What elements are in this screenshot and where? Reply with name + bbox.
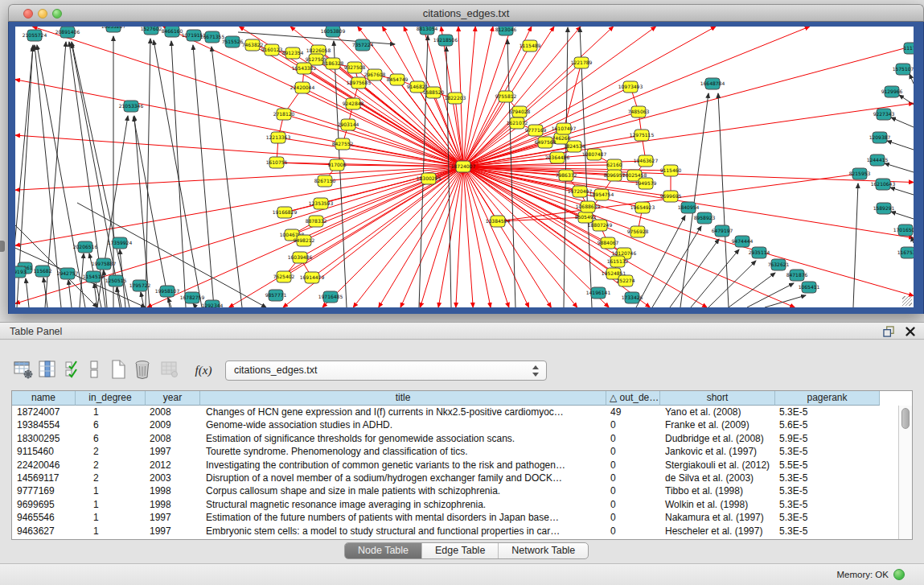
graph-node[interactable]: 9755812 xyxy=(495,91,517,102)
graph-node[interactable]: 1733426 xyxy=(622,292,643,303)
graph-node[interactable]: 7632621 xyxy=(768,259,790,270)
graph-node[interactable]: 39193 xyxy=(15,266,27,278)
graph-node[interactable]: 1154519 xyxy=(83,271,105,282)
table-row[interactable]: 1830029562008Estimation of significance … xyxy=(12,432,899,445)
tab-node-table[interactable]: Node Table xyxy=(345,543,422,558)
graph-node[interactable]: 9327508 xyxy=(344,62,366,73)
column-header-pagerank[interactable]: pagerank xyxy=(775,391,880,406)
scrollbar-thumb[interactable] xyxy=(901,408,910,429)
network-canvas[interactable]: 2105572420891406106552871527602846616010… xyxy=(15,27,914,307)
column-header-out_de[interactable]: △ out_de… xyxy=(606,391,660,406)
graph-node[interactable]: 1115489 xyxy=(519,40,541,51)
graph-node[interactable]: 19218506 xyxy=(433,35,458,46)
table-selector-dropdown[interactable]: citations_edges.txt xyxy=(225,360,547,381)
graph-node[interactable]: 19166829 xyxy=(273,207,298,218)
function-builder-button[interactable]: f(x) xyxy=(190,357,217,383)
graph-node[interactable]: 8813054 xyxy=(417,27,438,35)
graph-node[interactable]: 1949579 xyxy=(635,178,657,189)
graph-node[interactable]: 9884067 xyxy=(598,237,619,249)
graph-node[interactable]: 16914479 xyxy=(300,272,325,283)
graph-node[interactable]: 8427552 xyxy=(332,138,354,150)
graph-node[interactable]: 2935114 xyxy=(749,247,770,258)
graph-node[interactable]: 12975115 xyxy=(630,130,655,141)
graph-node[interactable]: 18954754 xyxy=(589,189,614,200)
tab-network-table[interactable]: Network Table xyxy=(499,543,588,558)
graph-node[interactable]: 7357224 xyxy=(352,39,374,51)
graph-node[interactable]: 917006 xyxy=(328,159,347,171)
graph-node[interactable]: 19654923 xyxy=(630,202,655,213)
table-vertical-scrollbar[interactable] xyxy=(898,406,912,539)
row-height-button[interactable] xyxy=(85,357,103,383)
graph-node[interactable]: 14196141 xyxy=(586,287,611,299)
graph-node[interactable]: 16648784 xyxy=(700,78,725,89)
graph-node[interactable]: 8958923 xyxy=(694,212,716,224)
graph-node[interactable]: 1065411 xyxy=(799,282,820,293)
graph-node[interactable]: 2967608 xyxy=(364,69,386,80)
graph-node[interactable]: 20206516 xyxy=(73,241,98,253)
graph-node[interactable]: 9857771 xyxy=(265,290,287,301)
graph-node[interactable]: 11174 xyxy=(903,43,914,54)
close-panel-icon[interactable] xyxy=(905,326,916,337)
graph-node[interactable]: 7515526 xyxy=(222,36,244,47)
graph-node[interactable]: 9227343 xyxy=(873,109,895,120)
graph-node[interactable]: 18807249 xyxy=(588,220,613,231)
graph-node[interactable]: 8454749 xyxy=(387,74,409,85)
graph-node[interactable]: 6479197 xyxy=(712,225,733,237)
graph-node[interactable]: 1589291 xyxy=(873,203,895,214)
graph-node[interactable]: 1575107 xyxy=(893,64,914,75)
graph-node[interactable]: 252274 xyxy=(617,275,635,286)
delete-table-button[interactable] xyxy=(130,357,154,383)
graph-node[interactable]: 6497568 xyxy=(535,137,556,148)
graph-node[interactable]: 10655287 xyxy=(101,27,126,32)
graph-node[interactable]: 8096957 xyxy=(604,170,626,181)
graph-node[interactable]: 6794028 xyxy=(509,106,531,117)
graph-node[interactable]: 19975887 xyxy=(92,258,117,270)
table-row[interactable]: 946554611997Estimation of the future num… xyxy=(12,511,899,524)
column-header-in_degree[interactable]: in_degree xyxy=(76,391,146,406)
column-header-name[interactable]: name xyxy=(12,391,76,406)
graph-node[interactable]: 9474444 xyxy=(732,236,754,247)
table-row[interactable]: 1872400712008Changes of HCN gene express… xyxy=(12,406,899,418)
column-header-year[interactable]: year xyxy=(146,391,200,406)
table-row[interactable]: 946362711997Embryonic stem cells: a mode… xyxy=(12,525,899,538)
graph-node[interactable]: 115682 xyxy=(34,266,52,277)
graph-node[interactable]: 1244415 xyxy=(867,154,889,166)
graph-node[interactable]: 1209387 xyxy=(869,132,891,143)
graph-node[interactable]: 19716485 xyxy=(318,291,343,303)
graph-node[interactable]: 8471876 xyxy=(786,270,808,281)
graph-node[interactable]: 7625402 xyxy=(273,271,295,282)
select-column-button[interactable] xyxy=(35,357,60,383)
table-row[interactable]: 911546021997Tourette syndrome. Phenomeno… xyxy=(12,445,899,458)
float-panel-icon[interactable] xyxy=(883,326,895,337)
graph-node[interactable]: 8215953 xyxy=(849,168,871,179)
graph-node[interactable]: 9756928 xyxy=(627,226,649,237)
tab-edge-table[interactable]: Edge Table xyxy=(422,543,499,558)
graph-node[interactable]: 2903144 xyxy=(338,119,359,130)
new-table-button[interactable] xyxy=(106,357,130,383)
graph-node[interactable]: 17016504 xyxy=(893,225,914,236)
graph-node[interactable]: 1615132 xyxy=(607,256,629,267)
column-header-short[interactable]: short xyxy=(660,391,775,406)
graph-node[interactable]: 1795722 xyxy=(129,280,151,291)
graph-node[interactable]: 8878332 xyxy=(306,216,327,227)
graph-node[interactable]: 1221789 xyxy=(571,57,593,68)
graph-node[interactable]: 8466160 xyxy=(162,27,183,37)
graph-node[interactable]: 9498212 xyxy=(294,235,315,246)
table-row[interactable]: 2242004622012Investigating the contribut… xyxy=(12,459,899,472)
graph-node[interactable]: 62160 xyxy=(606,159,622,171)
graph-node[interactable]: 9115460 xyxy=(660,165,682,176)
graph-node[interactable]: 1610755 xyxy=(266,157,288,168)
graph-node[interactable]: 19463627 xyxy=(634,155,659,167)
graph-node[interactable]: 19958107 xyxy=(155,286,180,297)
graph-node[interactable]: 1840954 xyxy=(678,202,700,213)
graph-node[interactable]: 1527602 xyxy=(141,27,162,35)
graph-node[interactable]: 3824534 xyxy=(564,141,585,152)
table-row[interactable]: 1938455462009Genome-wide association stu… xyxy=(12,418,899,431)
graph-node[interactable]: 8267150 xyxy=(314,175,336,187)
graph-node[interactable]: 1167534 xyxy=(897,247,914,258)
select-rows-button[interactable] xyxy=(63,357,82,383)
graph-node[interactable]: 18975685 xyxy=(347,77,372,89)
graph-node[interactable]: 9160123 xyxy=(261,44,283,56)
graph-node[interactable]: 12213363 xyxy=(266,132,291,143)
table-row[interactable]: 977716911998Corpus callosum shape and si… xyxy=(12,484,899,497)
